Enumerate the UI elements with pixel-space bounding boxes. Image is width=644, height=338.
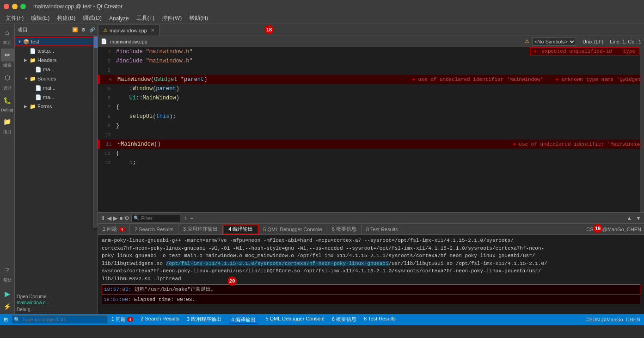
output-settings-icon[interactable]: ⚙	[124, 215, 129, 221]
output-search-box: 🔍	[131, 214, 180, 222]
code-editor[interactable]: ● expected unqualified-id type 1 #includ…	[98, 47, 644, 212]
panel-filter-icon[interactable]: 🔽	[72, 27, 78, 32]
context-menu-finddir[interactable]: Find In This Directory...	[94, 173, 98, 184]
context-menu-closeallfiles[interactable]: Close All Files in Project "test"	[94, 184, 98, 194]
output-tab-settings-icon[interactable]: CSDN @ManGo_CHEN	[583, 227, 644, 232]
tree-item-sources[interactable]: ▼ 📁 Sources	[15, 74, 98, 83]
code-content-11: ~MainWindow()	[116, 141, 508, 147]
tree-item-label: ma...	[43, 94, 54, 100]
output-add-icon[interactable]: ⬆	[101, 215, 105, 221]
tab-mainwindow[interactable]: ⚠ mainwindow.cpp ✕	[98, 25, 159, 36]
code-line-3: 3	[98, 66, 644, 75]
menu-debug[interactable]: 调试(D)	[79, 13, 105, 23]
output-tab-problems[interactable]: 1 问题 4	[98, 224, 130, 234]
line-num-4: 4	[99, 77, 116, 82]
run-button[interactable]: ▶	[1, 288, 14, 299]
menu-widgets[interactable]: 控件(W)	[158, 13, 185, 23]
sidebar-debug-icon[interactable]: 🐛	[1, 94, 14, 107]
app-output-label[interactable]: 3 应用程序输出	[187, 316, 221, 324]
context-menu-collapseall[interactable]: 折叠全部	[94, 205, 98, 217]
file-icon: 📄	[35, 94, 42, 100]
context-menu-addexistingdir[interactable]: Add Existing Directory...	[94, 140, 98, 150]
context-menu-qmake[interactable]: 执行qmake	[94, 48, 98, 60]
context-menu-deploy[interactable]: 部署	[94, 60, 98, 71]
output-content[interactable]: 20 arm-poky-linux-gnueabi-g++ -march=arm…	[98, 235, 644, 314]
output-add-btn[interactable]: +	[184, 215, 187, 221]
menu-analyze[interactable]: Analyze	[105, 14, 133, 23]
output-tab-compile[interactable]: 4 编译输出	[223, 224, 258, 234]
problems-tab-label[interactable]: 1 问题 4	[111, 316, 133, 324]
panel-settings-icon[interactable]: ⚙	[81, 27, 86, 32]
qml-debugger-label[interactable]: 5 QML Debugger Console	[265, 316, 324, 324]
panel-link-icon[interactable]: 🔗	[89, 27, 95, 32]
output-collapse-icon[interactable]: ▲	[626, 215, 632, 221]
code-content-9: }	[114, 123, 644, 129]
output-tab-tests[interactable]: 8 Test Results	[362, 224, 403, 234]
close-button[interactable]	[4, 4, 9, 9]
line-num-2: 2	[98, 58, 114, 64]
context-menu-run[interactable]: 运行 ▶	[94, 71, 98, 83]
status-search-box[interactable]: 🔍	[12, 315, 108, 324]
sidebar-help-icon[interactable]: ?	[1, 264, 14, 277]
window-controls[interactable]	[4, 4, 26, 9]
tree-item-header-file[interactable]: 📄 ma...	[15, 65, 98, 74]
maximize-button[interactable]	[20, 4, 26, 9]
output-next-icon[interactable]: ▶	[113, 215, 117, 221]
sidebar-projects-icon[interactable]: 📁	[1, 115, 14, 128]
minimize-button[interactable]	[12, 4, 18, 9]
editor-filename: mainwindow.cpp	[110, 39, 147, 44]
output-stop-icon[interactable]: ■	[119, 215, 123, 221]
tree-item-forms[interactable]: ▶ 📁 Forms	[15, 102, 98, 111]
search-icon: 🔍	[134, 215, 139, 221]
code-content-4: MainWindow(QWidget *parent)	[116, 76, 407, 83]
editor-scrollbar[interactable]	[640, 47, 644, 212]
context-menu-closeproject[interactable]: 关闭项目 "test"	[94, 194, 98, 205]
tab-close-icon[interactable]: ✕	[151, 28, 154, 33]
output-filter-input[interactable]	[141, 215, 178, 221]
summary-label[interactable]: 6 概要信息	[332, 316, 356, 324]
output-tab-app[interactable]: 3 应用程序输出	[178, 224, 223, 234]
tree-item-main-cpp[interactable]: 📄 mai...	[15, 83, 98, 92]
context-menu-addexisting[interactable]: 添加现有文件...	[94, 118, 98, 130]
status-search-input[interactable]	[22, 317, 105, 322]
debug-run-button[interactable]: ⚡	[1, 301, 14, 312]
menu-build[interactable]: 构建(B)	[53, 13, 79, 23]
line-num-5: 5	[98, 86, 114, 92]
symbol-dropdown[interactable]: <No Symbols>	[532, 37, 576, 46]
context-menu-build[interactable]: 构建	[94, 37, 98, 48]
output-remove-btn[interactable]: −	[190, 215, 193, 221]
tree-item-main2-cpp[interactable]: 📄 ma...	[15, 92, 98, 102]
menu-file[interactable]: 文件(F)	[2, 13, 27, 23]
editor-toolbar: 📄 mainwindow.cpp ⚠ <No Symbols> Unix (LF…	[98, 36, 644, 47]
context-menu-addnew[interactable]: Add New...	[94, 108, 98, 118]
menu-tools[interactable]: 工具(T)	[133, 13, 158, 23]
status-bar: ⊞ 🔍 1 问题 4 2 Search Results 3 应用程序输出 4 编…	[0, 314, 644, 325]
output-tab-summary[interactable]: 6 概要信息	[327, 224, 362, 234]
context-menu-clean[interactable]: 清除	[94, 94, 98, 106]
menu-help[interactable]: 帮助(H)	[185, 13, 212, 23]
context-menu-expandall[interactable]: Expand All	[94, 217, 98, 227]
context-menu-addlibrary[interactable]: 添加库...	[94, 162, 98, 173]
code-content-5: :Window(parent)	[114, 86, 644, 92]
tree-item-label: ma...	[43, 67, 54, 72]
output-tab-search[interactable]: 2 Search Results	[130, 224, 178, 234]
encoding-label: Unix (LF)	[583, 39, 603, 44]
compile-output-label[interactable]: 4 编译输出	[229, 316, 258, 324]
error-msg-11a: use of undeclared identifier 'MainWindow…	[519, 141, 644, 147]
tree-item-headers[interactable]: ▶ 📁 Headers	[15, 55, 98, 65]
context-menu-rebuild[interactable]: 重新构建	[94, 83, 98, 94]
output-expand-icon[interactable]: ▼	[636, 215, 641, 221]
output-prev-icon[interactable]: ◀	[107, 215, 111, 221]
open-documents-file[interactable]: mainwindow.c...	[17, 300, 96, 305]
editor-area: 18 ⚠ mainwindow.cpp ✕ 📄 mainwindow.cpp ⚠…	[98, 24, 644, 314]
menu-edit[interactable]: 编辑(E)	[27, 13, 53, 23]
sidebar-edit-icon[interactable]: ✏	[1, 49, 14, 61]
output-tab-qml[interactable]: 5 QML Debugger Console	[258, 224, 327, 234]
tree-item-test[interactable]: ▼ 📦 test	[15, 37, 98, 46]
search-results-label[interactable]: 2 Search Results	[141, 316, 179, 324]
output-tab-compile-label: 4 编译输出	[228, 226, 253, 233]
sidebar-design-icon[interactable]: ⬡	[1, 71, 14, 84]
sidebar-welcome-icon[interactable]: ⌂	[1, 26, 14, 39]
test-results-label[interactable]: 8 Test Results	[364, 316, 396, 324]
tree-item-testp[interactable]: 📄 test.p...	[15, 46, 98, 55]
